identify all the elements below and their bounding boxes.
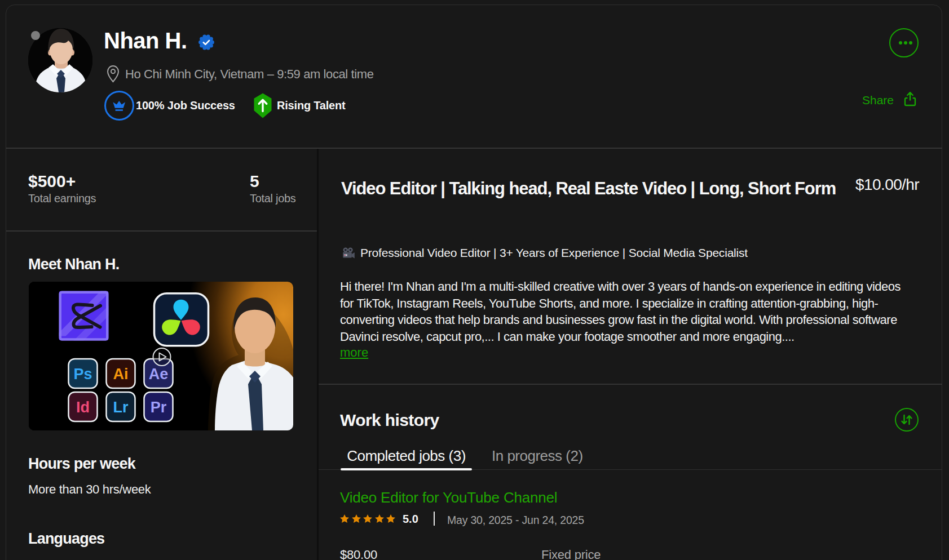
svg-text:Id: Id — [76, 399, 90, 416]
svg-text:Ae: Ae — [149, 366, 169, 383]
svg-text:Pr: Pr — [151, 399, 167, 416]
svg-text:Ps: Ps — [73, 366, 92, 383]
svg-text:Ai: Ai — [113, 366, 129, 383]
svg-text:Lr: Lr — [113, 399, 129, 416]
